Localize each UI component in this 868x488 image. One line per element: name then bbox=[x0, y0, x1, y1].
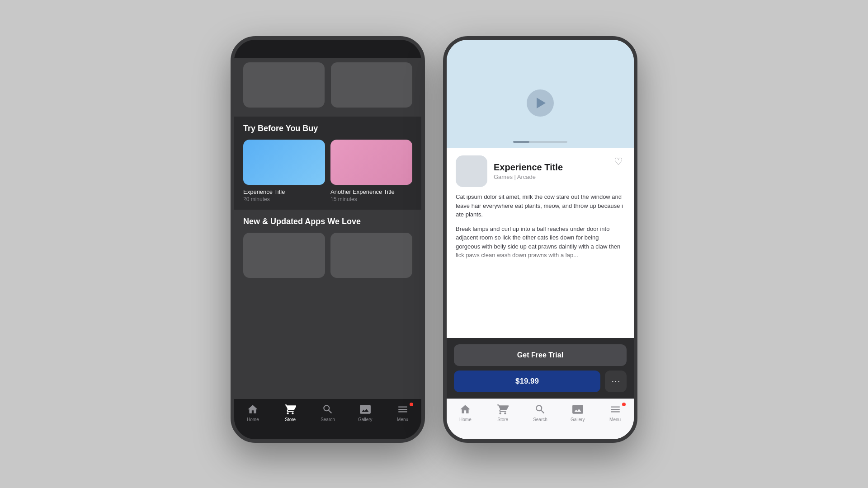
experience-card-1-image bbox=[243, 140, 325, 185]
tab-home[interactable]: Home bbox=[234, 404, 272, 422]
phone2-tab-search-label: Search bbox=[533, 417, 547, 422]
phone2-tab-gallery[interactable]: Gallery bbox=[559, 404, 596, 422]
phone2-tab-home-label: Home bbox=[459, 417, 472, 422]
phone2-tab-home[interactable]: Home bbox=[447, 404, 484, 422]
app-icon bbox=[456, 155, 487, 187]
new-updated-section: New & Updated Apps We Love bbox=[234, 210, 421, 285]
tab-menu[interactable]: Menu bbox=[384, 404, 421, 422]
app-description: Cat ipsum dolor sit amet, milk the cow s… bbox=[447, 192, 634, 265]
new-app-card-2[interactable] bbox=[330, 233, 412, 278]
new-app-card-1[interactable] bbox=[243, 233, 325, 278]
phone2-search-icon bbox=[534, 404, 546, 415]
top-card-2 bbox=[331, 62, 412, 108]
phone1-content: Try Before You Buy Experience Title 20 m… bbox=[234, 58, 421, 399]
hero-area bbox=[447, 58, 634, 148]
hero-indicator-fill bbox=[513, 141, 529, 143]
new-updated-title: New & Updated Apps We Love bbox=[243, 217, 412, 226]
home-icon bbox=[247, 404, 259, 415]
gallery-icon bbox=[359, 404, 371, 415]
phones-container: Try Before You Buy Experience Title 20 m… bbox=[231, 36, 637, 443]
free-trial-button[interactable]: Get Free Trial bbox=[454, 344, 627, 366]
play-triangle-icon bbox=[537, 98, 546, 108]
description-paragraph-1: Cat ipsum dolor sit amet, milk the cow s… bbox=[456, 192, 625, 219]
tab-gallery-label: Gallery bbox=[358, 417, 373, 422]
phone2-menu-icon bbox=[609, 404, 621, 415]
tab-menu-label: Menu bbox=[397, 417, 408, 422]
phone2-tab-search[interactable]: Search bbox=[522, 404, 559, 422]
phone2-home-icon bbox=[459, 404, 471, 415]
new-app-cards bbox=[243, 233, 412, 278]
phone-1: Try Before You Buy Experience Title 20 m… bbox=[231, 36, 425, 443]
play-button[interactable] bbox=[527, 89, 554, 117]
tab-gallery[interactable]: Gallery bbox=[346, 404, 384, 422]
phone2-menu-badge bbox=[622, 403, 626, 406]
phone2-content: Experience Title Games | Arcade ♡ Cat ip… bbox=[447, 58, 634, 399]
tab-home-label: Home bbox=[247, 417, 259, 422]
tab-search-label: Search bbox=[321, 417, 335, 422]
phone-2: Experience Title Games | Arcade ♡ Cat ip… bbox=[443, 36, 637, 443]
phone2-tab-menu[interactable]: Menu bbox=[596, 404, 634, 422]
phone2-store-icon bbox=[497, 404, 509, 415]
phone2-tab-menu-label: Menu bbox=[609, 417, 621, 422]
phone1-screen: Try Before You Buy Experience Title 20 m… bbox=[234, 40, 421, 439]
app-title: Experience Title bbox=[494, 162, 625, 173]
phone2-gallery-icon bbox=[572, 404, 584, 415]
experience-cards: Experience Title 20 minutes Another Expe… bbox=[243, 140, 412, 202]
tab-store-label: Store bbox=[285, 417, 296, 422]
phone2-tab-store-label: Store bbox=[497, 417, 508, 422]
search-icon bbox=[322, 404, 334, 415]
buy-button[interactable]: $19.99 bbox=[454, 371, 600, 392]
phone2-screen: Experience Title Games | Arcade ♡ Cat ip… bbox=[447, 40, 634, 439]
store-icon bbox=[284, 404, 296, 415]
description-paragraph-2: Break lamps and curl up into a ball reac… bbox=[456, 225, 625, 260]
try-before-title: Try Before You Buy bbox=[243, 124, 412, 133]
experience-card-1-duration: 20 minutes bbox=[243, 196, 325, 202]
phone2-tab-store[interactable]: Store bbox=[484, 404, 522, 422]
experience-card-2[interactable]: Another Experience Title 15 minutes bbox=[330, 140, 412, 202]
menu-badge bbox=[410, 403, 413, 406]
phone2-notch bbox=[447, 40, 634, 58]
tab-search[interactable]: Search bbox=[309, 404, 347, 422]
action-buttons: Get Free Trial $19.99 ⋯ bbox=[447, 338, 634, 399]
app-header: Experience Title Games | Arcade ♡ bbox=[447, 148, 634, 192]
tab-store[interactable]: Store bbox=[272, 404, 309, 422]
try-before-section: Try Before You Buy Experience Title 20 m… bbox=[234, 117, 421, 210]
phone1-notch bbox=[234, 40, 421, 58]
more-options-button[interactable]: ⋯ bbox=[605, 371, 627, 392]
top-card-1 bbox=[243, 62, 325, 108]
menu-icon bbox=[397, 404, 409, 415]
app-category: Games | Arcade bbox=[494, 174, 625, 180]
phone1-tab-bar: Home Store Search bbox=[234, 399, 421, 439]
experience-card-1[interactable]: Experience Title 20 minutes bbox=[243, 140, 325, 202]
experience-card-2-title: Another Experience Title bbox=[330, 188, 412, 195]
hero-indicator bbox=[513, 141, 567, 143]
app-info-section: Experience Title Games | Arcade ♡ Cat ip… bbox=[447, 148, 634, 338]
phone2-tab-gallery-label: Gallery bbox=[571, 417, 585, 422]
top-cards-area bbox=[234, 58, 421, 117]
app-title-group: Experience Title Games | Arcade bbox=[494, 162, 625, 180]
experience-card-1-title: Experience Title bbox=[243, 188, 325, 195]
experience-card-2-image bbox=[330, 140, 412, 185]
price-row: $19.99 ⋯ bbox=[454, 371, 627, 392]
phone2-tab-bar: Home Store Search bbox=[447, 399, 634, 439]
favorite-button[interactable]: ♡ bbox=[611, 155, 626, 169]
experience-card-2-duration: 15 minutes bbox=[330, 196, 412, 202]
